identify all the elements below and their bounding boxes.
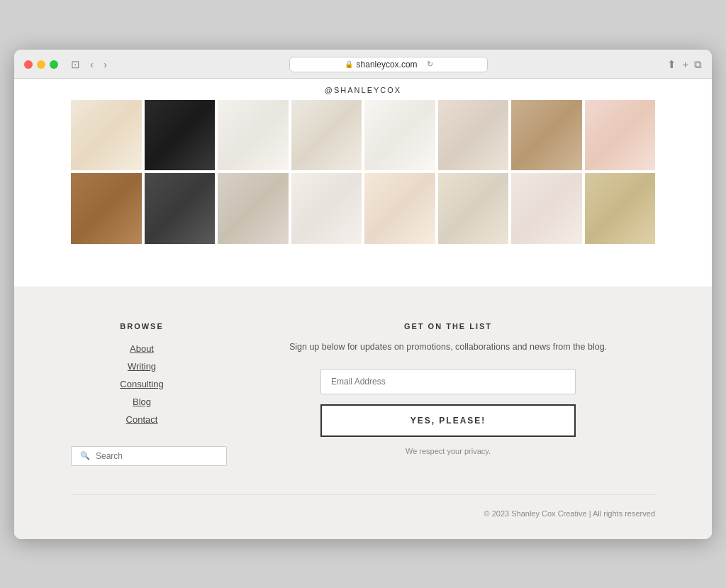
photo-item[interactable]: [438, 173, 509, 244]
sidebar-toggle-button[interactable]: ⊡: [68, 57, 83, 72]
nav-link-consulting[interactable]: Consulting: [120, 379, 163, 389]
photo-grid: [14, 100, 712, 258]
share-button[interactable]: ⬆: [667, 58, 676, 71]
back-button[interactable]: ‹: [87, 57, 96, 72]
photo-image: [585, 100, 656, 171]
search-icon: 🔍: [80, 451, 90, 460]
page-content: @SHANLEYCOX: [14, 79, 712, 539]
photo-item[interactable]: [71, 100, 142, 171]
photo-item[interactable]: [364, 100, 435, 171]
lock-icon: 🔒: [345, 60, 353, 68]
photo-image: [364, 100, 435, 171]
footer-nav: About Writing Consulting Blog Contact: [71, 343, 213, 425]
photo-item[interactable]: [145, 173, 216, 244]
photo-item[interactable]: [291, 173, 362, 244]
browser-window: ⊡ ‹ › 🔒 shanleycox.com ↻ ⬆ + ⧉ @SHANLEYC…: [14, 50, 712, 539]
nav-link-contact[interactable]: Contact: [126, 414, 158, 425]
photo-item[interactable]: [364, 173, 435, 244]
copyright-text: © 2023 Shanley Cox Creative | All rights…: [484, 509, 655, 518]
browser-chrome: ⊡ ‹ › 🔒 shanleycox.com ↻ ⬆ + ⧉: [14, 50, 712, 79]
photo-item[interactable]: [218, 100, 289, 171]
nav-link-writing[interactable]: Writing: [128, 361, 156, 372]
tabs-button[interactable]: ⧉: [694, 58, 702, 71]
photo-item[interactable]: [438, 100, 509, 171]
search-box[interactable]: 🔍: [71, 446, 227, 466]
footer-main: BROWSE About Writing Consulting Blog Con…: [71, 322, 655, 466]
minimize-button[interactable]: [37, 60, 45, 69]
photo-image: [71, 100, 142, 171]
photo-item[interactable]: [291, 100, 362, 171]
fullscreen-button[interactable]: [50, 60, 58, 69]
browser-actions: ⬆ + ⧉: [667, 58, 702, 71]
photo-image: [364, 173, 435, 244]
subscribe-button[interactable]: YES, PLEASE!: [320, 404, 576, 437]
newsletter-description: Sign up below for updates on promotions,…: [289, 340, 607, 354]
photo-image: [511, 100, 582, 171]
search-input[interactable]: [96, 451, 218, 461]
photo-image: [145, 173, 216, 244]
browser-controls: ⊡ ‹ ›: [68, 57, 110, 72]
photo-image: [511, 173, 582, 244]
photo-item[interactable]: [585, 100, 656, 171]
traffic-lights: [24, 60, 58, 69]
footer-newsletter: GET ON THE LIST Sign up below for update…: [241, 322, 655, 466]
photo-image: [145, 100, 216, 171]
footer-search: 🔍: [71, 446, 213, 466]
photo-item[interactable]: [585, 173, 656, 244]
new-tab-button[interactable]: +: [682, 58, 688, 71]
close-button[interactable]: [24, 60, 33, 69]
footer-bottom: © 2023 Shanley Cox Creative | All rights…: [71, 494, 655, 518]
nav-link-blog[interactable]: Blog: [133, 396, 151, 407]
newsletter-title: GET ON THE LIST: [404, 322, 492, 331]
photo-item[interactable]: [511, 173, 582, 244]
photo-image: [71, 173, 142, 244]
photo-item[interactable]: [71, 173, 142, 244]
photo-image: [585, 173, 656, 244]
forward-button[interactable]: ›: [101, 57, 110, 72]
nav-link-about[interactable]: About: [130, 343, 154, 354]
browse-title: BROWSE: [71, 322, 213, 331]
photo-item[interactable]: [145, 100, 216, 171]
reload-icon[interactable]: ↻: [427, 60, 433, 69]
footer-browse: BROWSE About Writing Consulting Blog Con…: [71, 322, 213, 466]
spacer: [14, 258, 712, 287]
photo-image: [438, 100, 509, 171]
photo-image: [291, 100, 362, 171]
email-input[interactable]: [320, 369, 576, 394]
photo-image: [291, 173, 362, 244]
privacy-note: We respect your privacy.: [406, 447, 491, 455]
photo-image: [438, 173, 509, 244]
photo-item[interactable]: [218, 173, 289, 244]
instagram-handle: @SHANLEYCOX: [14, 79, 712, 100]
footer: BROWSE About Writing Consulting Blog Con…: [14, 287, 712, 539]
photo-image: [218, 173, 289, 244]
url-field[interactable]: 🔒 shanleycox.com ↻: [289, 57, 488, 72]
address-bar: 🔒 shanleycox.com ↻: [117, 57, 660, 72]
url-text: shanleycox.com: [357, 60, 418, 70]
photo-image: [218, 100, 289, 171]
photo-item[interactable]: [511, 100, 582, 171]
